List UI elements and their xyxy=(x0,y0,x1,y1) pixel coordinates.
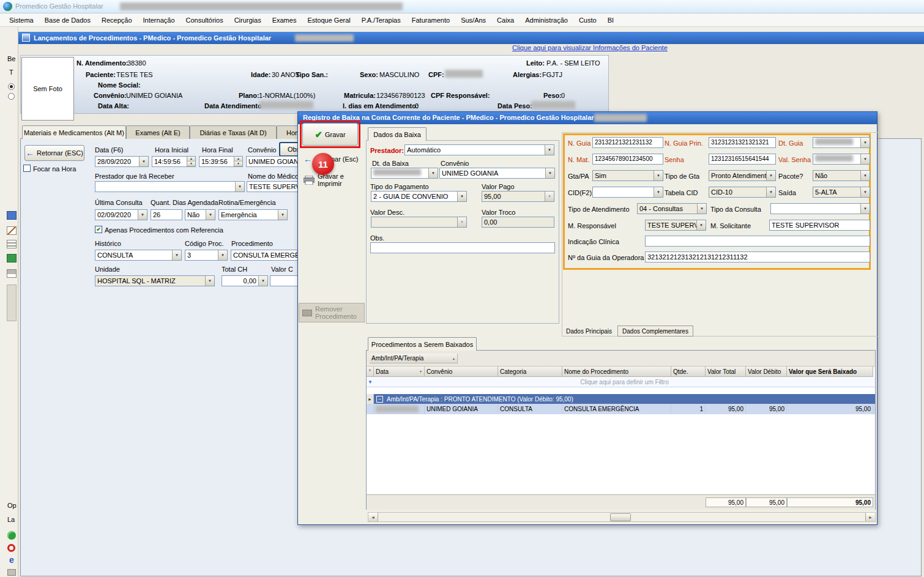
chevron-down-icon[interactable]: ▼ xyxy=(172,250,181,260)
n-guia-prin-field[interactable]: 31231231321321321 xyxy=(709,137,776,148)
chevron-down-icon[interactable]: ▼ xyxy=(218,250,227,260)
tab-exames[interactable]: Exames (Alt E) xyxy=(126,125,190,139)
tab-procedimentos-baixados[interactable]: Procedimentos a Serem Baixados xyxy=(368,337,477,351)
tab-diarias-taxas[interactable]: Diárias e Taxas (Alt D) xyxy=(190,125,277,139)
spin-down-icon[interactable]: ▼ xyxy=(187,162,195,166)
spin-up-icon[interactable]: ▲ xyxy=(234,157,242,162)
patient-info-link[interactable]: Clique aqui para visualizar Informações … xyxy=(512,44,668,51)
cid-f2-select[interactable]: ▼ xyxy=(592,187,663,198)
col-header-categoria[interactable]: Categoria xyxy=(498,367,562,377)
col-header-valor-baixado[interactable]: Valor que Será Baixado xyxy=(787,367,873,377)
guia-operadora-field[interactable]: 321321212313212131212311132 xyxy=(645,251,870,262)
grid-group-row[interactable]: − Amb/Int/PA/Terapia : PRONTO ATENDIMENT… xyxy=(374,394,875,404)
sidebar-radio-1[interactable] xyxy=(8,83,15,90)
chevron-down-icon[interactable]: ▼ xyxy=(545,145,554,155)
transfer-icon[interactable] xyxy=(7,254,17,262)
scrollbar-thumb[interactable] xyxy=(610,513,631,521)
chevron-down-icon[interactable]: ▼ xyxy=(860,171,870,181)
m-solicitante-field[interactable]: TESTE SUPERVISOR xyxy=(769,220,870,231)
sidebar-tab-be[interactable]: Be xyxy=(7,55,15,62)
menu-cirurgias[interactable]: Cirurgias xyxy=(229,17,267,24)
indicacao-clinica-field[interactable] xyxy=(645,236,870,247)
col-header-data[interactable]: Data▼ xyxy=(374,367,425,377)
chevron-down-icon[interactable]: ▼ xyxy=(860,204,870,214)
prestador-receber-select[interactable]: ▼ xyxy=(95,181,245,192)
menu-exames[interactable]: Exames xyxy=(267,17,302,24)
menu-internacao[interactable]: Internação xyxy=(138,17,181,24)
filter-funnel-icon[interactable]: ▼ xyxy=(367,379,374,385)
col-header-valor-total[interactable]: Valor Total xyxy=(706,367,746,377)
gray-icon[interactable] xyxy=(7,569,16,576)
tab-dados-principais[interactable]: Dados Principais xyxy=(563,326,615,337)
senha-field[interactable]: 12312316515641544 xyxy=(709,154,776,165)
menu-recepcao[interactable]: Recepção xyxy=(96,17,138,24)
col-header-valor-debito[interactable]: Valor Débito xyxy=(746,367,787,377)
chevron-down-icon[interactable]: ▼ xyxy=(205,276,214,286)
remover-procedimento-button[interactable]: RemoverProcedimento xyxy=(299,303,365,322)
chevron-down-icon[interactable]: ▼ xyxy=(428,168,438,178)
tipo-pagamento-select[interactable]: 2 - GUIA DE CONVENIO ▼ xyxy=(371,191,467,202)
data-f6-select[interactable]: 28/09/2020 ▼ xyxy=(95,156,149,167)
obs-input[interactable] xyxy=(370,242,555,253)
sidebar-radio-2[interactable] xyxy=(8,93,15,100)
chevron-down-icon[interactable]: ▼ xyxy=(860,154,870,164)
sidebar-op-label[interactable]: Op xyxy=(7,502,17,509)
m-responsavel-select[interactable]: TESTE SUPERVIS ▼ xyxy=(645,220,706,231)
menu-caixa[interactable]: Caixa xyxy=(491,17,520,24)
dt-baixa-select[interactable]: ▼ xyxy=(371,168,438,179)
col-header-nome-procedimento[interactable]: Nome do Procedimento xyxy=(562,367,671,377)
computer-icon[interactable] xyxy=(7,211,17,220)
chevron-down-icon[interactable]: ▼ xyxy=(654,171,663,181)
spinner-icon[interactable]: ▲▼ xyxy=(187,157,195,166)
edit-icon[interactable] xyxy=(7,226,17,235)
green-circle-icon[interactable] xyxy=(7,531,16,540)
n-guia-field[interactable]: 23132121321231132 xyxy=(592,137,663,148)
spin-up-icon[interactable]: ▲ xyxy=(187,157,195,162)
chevron-down-icon[interactable]: ▼ xyxy=(696,220,706,230)
chevron-down-icon[interactable]: ▼ xyxy=(697,204,706,214)
chevron-down-icon[interactable]: ▼ xyxy=(766,187,775,197)
chevron-down-icon[interactable]: ▼ xyxy=(654,187,663,197)
quant-dias-field[interactable]: 26 xyxy=(151,209,182,220)
grid-data-row[interactable]: UNIMED GOIANIA CONSULTA CONSULTA EMERGÊN… xyxy=(367,404,875,414)
historico-select[interactable]: CONSULTA ▼ xyxy=(95,250,182,261)
tipo-de-gta-select[interactable]: Pronto Atendimento ▼ xyxy=(709,170,776,181)
menu-estoque-geral[interactable]: Estoque Geral xyxy=(302,17,356,24)
n-mat-field[interactable]: 12345678901234500 xyxy=(592,154,663,165)
procedimento-field[interactable]: CONSULTA EMERGÊNCIA xyxy=(231,250,298,261)
sidebar-tab-t[interactable]: T xyxy=(9,69,13,76)
filter-hint[interactable]: Clique aqui para definir um Filtro xyxy=(374,379,875,385)
saida-select[interactable]: 5-ALTA ▼ xyxy=(813,187,870,198)
chevron-down-icon[interactable]: ▼ xyxy=(860,138,870,147)
focar-na-hora-checkbox[interactable] xyxy=(23,165,31,172)
menu-custo[interactable]: Custo xyxy=(573,17,602,24)
grid-filter-row[interactable]: ▼ Clique aqui para definir um Filtro xyxy=(367,377,875,387)
dt-guia-select[interactable]: ▼ xyxy=(813,137,870,148)
collapse-icon[interactable]: − xyxy=(376,396,383,403)
tab-dados-complementares[interactable]: Dados Complementares xyxy=(617,326,693,337)
agendada-select[interactable]: Não ▼ xyxy=(185,209,215,220)
chevron-down-icon[interactable]: ▼ xyxy=(258,276,267,286)
rotina-emergencia-select[interactable]: Emergência ▼ xyxy=(218,209,288,220)
chevron-down-icon[interactable]: ▼ xyxy=(766,171,775,181)
chevron-down-icon[interactable]: ▼ xyxy=(235,182,244,192)
val-senha-select[interactable]: ▼ xyxy=(813,154,870,165)
spinner-icon[interactable]: ▲▼ xyxy=(234,157,242,166)
ultima-consulta-select[interactable]: 02/09/2020 ▼ xyxy=(95,209,147,220)
hora-final-spinner[interactable]: 15:39:56 ▲▼ xyxy=(199,156,243,167)
pacote-select[interactable]: Não ▼ xyxy=(813,170,870,181)
sidebar-la-label[interactable]: La xyxy=(7,516,15,523)
hora-inicial-spinner[interactable]: 14:59:56 ▲▼ xyxy=(152,156,196,167)
menu-base-de-dados[interactable]: Base de Dados xyxy=(39,17,96,24)
chevron-down-icon[interactable]: ▼ xyxy=(278,210,287,220)
col-header-convenio[interactable]: Convênio xyxy=(425,367,498,377)
blue-e-icon[interactable]: e xyxy=(9,555,14,565)
red-ring-icon[interactable] xyxy=(7,544,15,552)
tabela-cid-select[interactable]: CID-10 ▼ xyxy=(709,187,776,198)
menu-bi[interactable]: BI xyxy=(602,17,619,24)
menu-sistema[interactable]: Sistema xyxy=(4,17,39,24)
chevron-down-icon[interactable]: ▼ xyxy=(206,210,215,220)
col-header-qtde[interactable]: Qtde. xyxy=(671,367,706,377)
chevron-down-icon[interactable]: ▼ xyxy=(139,157,148,166)
tab-dados-da-baixa[interactable]: Dados da Baixa xyxy=(368,127,427,141)
